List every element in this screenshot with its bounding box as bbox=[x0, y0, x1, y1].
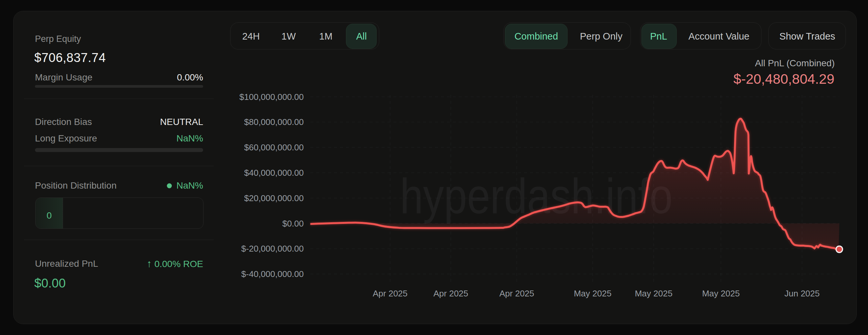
svg-text:$-20,000,000.00: $-20,000,000.00 bbox=[241, 244, 304, 253]
svg-text:May 2025: May 2025 bbox=[635, 288, 673, 298]
svg-text:$20,000,000.00: $20,000,000.00 bbox=[244, 193, 304, 203]
svg-text:$80,000,000.00: $80,000,000.00 bbox=[244, 117, 304, 127]
svg-text:$-40,000,000.00: $-40,000,000.00 bbox=[241, 269, 304, 279]
svg-text:Apr 2025: Apr 2025 bbox=[373, 288, 408, 298]
svg-text:May 2025: May 2025 bbox=[574, 288, 612, 298]
svg-text:May 2025: May 2025 bbox=[702, 288, 740, 298]
svg-text:$40,000,000.00: $40,000,000.00 bbox=[244, 168, 304, 178]
svg-text:$100,000,000.00: $100,000,000.00 bbox=[240, 92, 304, 102]
svg-text:$0.00: $0.00 bbox=[282, 219, 304, 229]
svg-text:Apr 2025: Apr 2025 bbox=[499, 288, 534, 298]
svg-text:Apr 2025: Apr 2025 bbox=[433, 288, 468, 298]
svg-text:$60,000,000.00: $60,000,000.00 bbox=[244, 143, 304, 152]
svg-text:Jun 2025: Jun 2025 bbox=[784, 288, 820, 298]
